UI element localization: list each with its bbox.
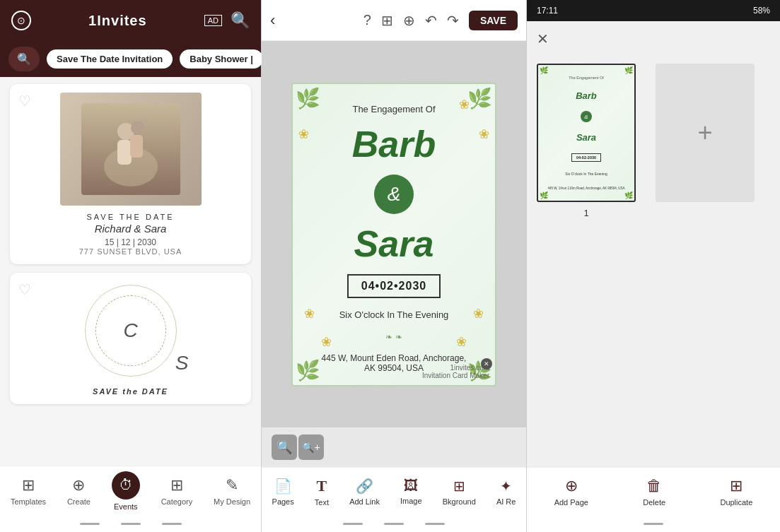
ampersand-circle[interactable]: &: [374, 175, 414, 214]
duplicate-icon: ⊞: [730, 477, 743, 495]
spacer: [527, 269, 780, 468]
p2-bottom-line-2: [384, 523, 404, 525]
toolbar-bkground[interactable]: ⊞ Bkground: [443, 478, 476, 506]
toolbar-ai[interactable]: ✦ AI Re: [496, 478, 516, 506]
panel3-header: ✕: [527, 21, 780, 57]
template-card-1[interactable]: ♡ SAVE THE DATE Richard & Sara 15 | 12: [10, 84, 251, 264]
nav-templates-label: Templates: [11, 497, 46, 506]
thumb-corner-br: 🌿: [624, 191, 633, 199]
card2-circle: C S: [67, 281, 194, 380]
zoom-out-button[interactable]: 🔍: [272, 435, 297, 460]
corner-decor-tl: 🌿: [296, 87, 320, 110]
nav-mydesign-label: My Design: [214, 497, 250, 506]
thumb-corner-tr: 🌿: [624, 66, 633, 74]
thumb-date: 04-02-2030: [571, 153, 601, 162]
card1-date: 15 | 12 | 2030: [18, 237, 243, 247]
zoom-controls: 🔍 🔍+: [262, 427, 526, 467]
svg-rect-2: [117, 140, 132, 165]
date-box[interactable]: 04•02•2030: [347, 274, 441, 298]
card2-save-date-label: SAVE the DATE: [93, 387, 168, 396]
bottom-line-3: [162, 523, 182, 525]
svg-point-3: [131, 121, 145, 135]
p2-bottom-line-1: [343, 523, 363, 525]
redo-icon[interactable]: ↷: [447, 12, 459, 29]
search-icon-btn[interactable]: 🔍: [8, 47, 40, 71]
delete-icon: 🗑: [646, 477, 662, 495]
layers-icon[interactable]: ⊞: [381, 12, 393, 29]
invitation-card: 🌿 🌿 🌿 🌿 ❀ ❀ ❀ ❀ ❀ ❀ ❀ The Engagement Of …: [291, 83, 496, 386]
addlink-icon: 🔗: [356, 478, 373, 495]
name2-text[interactable]: Sara: [354, 225, 434, 262]
undo-icon[interactable]: ↶: [425, 12, 437, 29]
help-icon[interactable]: ?: [363, 12, 371, 28]
header-icons: AD 🔍: [204, 11, 250, 30]
p2-bottom-line-3: [425, 523, 445, 525]
back-button[interactable]: ‹: [270, 11, 275, 30]
heart-icon-2[interactable]: ♡: [18, 281, 31, 298]
nav-events[interactable]: ⏱ Events: [112, 471, 140, 511]
name1-text[interactable]: Barb: [352, 126, 436, 162]
flower-6: ❀: [321, 334, 332, 350]
nav-category-label: Category: [161, 497, 193, 506]
thumb-time: Six O'clock In The Evening: [565, 172, 607, 176]
card2-letter-c: C: [95, 295, 166, 366]
time-text[interactable]: Six O'clock In The Evening: [339, 309, 449, 320]
add-page-area[interactable]: +: [656, 64, 755, 202]
address-line1: 445 W, Mount Eden Road, Anchorage,: [322, 353, 467, 363]
toolbar-delete[interactable]: 🗑 Delete: [643, 477, 665, 507]
toolbar-add-page[interactable]: ⊕ Add Page: [554, 477, 588, 507]
close-button[interactable]: ✕: [537, 30, 549, 47]
toolbar-image[interactable]: 🖼 Image: [400, 478, 422, 505]
image-icon: 🖼: [404, 478, 418, 494]
p3-bottom-line: [644, 523, 663, 525]
ai-icon: ✦: [500, 478, 512, 495]
add-element-icon[interactable]: ⊕: [403, 12, 415, 29]
panel-3: 17:11 58% ✕ 🌿 🌿 🌿 🌿 The Engagement Of Ba…: [527, 0, 780, 532]
nav-create[interactable]: ⊕ Create: [67, 476, 91, 506]
editor-canvas: 🌿 🌿 🌿 🌿 ❀ ❀ ❀ ❀ ❀ ❀ ❀ The Engagement Of …: [262, 41, 526, 427]
save-button[interactable]: SAVE: [469, 11, 518, 30]
pages-icon: 📄: [274, 478, 292, 495]
toolbar-addlink-label: Add Link: [349, 497, 380, 506]
toolbar-text[interactable]: T Text: [315, 477, 329, 507]
thumb-name2: Sara: [576, 132, 596, 143]
watermark-site: 1invites.com: [422, 364, 489, 372]
page-thumbnail-1[interactable]: 🌿 🌿 🌿 🌿 The Engagement Of Barb & Sara 04…: [537, 64, 636, 202]
card1-names: Richard & Sara: [18, 223, 243, 235]
location-icon[interactable]: ⊙: [11, 11, 31, 30]
address-line2: AK 99504, USA: [364, 363, 424, 373]
status-bar: 17:11 58%: [527, 0, 780, 21]
card2-letter-s: S: [175, 352, 189, 374]
toolbar-bkground-label: Bkground: [443, 497, 476, 506]
toolbar-text-label: Text: [315, 498, 329, 507]
flower-2: ❀: [298, 126, 309, 142]
template-card-2[interactable]: ♡ C S SAVE the DATE: [10, 273, 251, 404]
panel2-bottom-bar: [262, 515, 526, 532]
bottom-nav: ⊞ Templates ⊕ Create ⏱ Events ⊞ Category…: [0, 466, 261, 515]
create-icon: ⊕: [72, 476, 85, 495]
card1-address: 777 SUNSET BLVD, USA: [18, 247, 243, 256]
nav-mydesign[interactable]: ✎ My Design: [214, 476, 250, 506]
toolbar-delete-label: Delete: [643, 498, 665, 507]
nav-templates[interactable]: ⊞ Templates: [11, 476, 46, 506]
page-number: 1: [583, 208, 588, 218]
toolbar-pages[interactable]: 📄 Pages: [272, 478, 294, 506]
panel3-toolbar: ⊕ Add Page 🗑 Delete ⊞ Duplicate: [527, 467, 780, 515]
tag-baby-shower[interactable]: Baby Shower |: [180, 49, 263, 69]
zoom-in-button[interactable]: 🔍+: [298, 435, 324, 460]
editor-toolbar: 📄 Pages T Text 🔗 Add Link 🖼 Image ⊞ Bkgr…: [262, 467, 526, 515]
search-icon[interactable]: 🔍: [231, 11, 250, 30]
panel-2: ‹ ? ⊞ ⊕ ↶ ↷ SAVE 🌿 🌿 🌿 🌿 ❀ ❀ ❀ ❀ ❀ ❀ ❀ T…: [262, 0, 527, 532]
panel-1: ⊙ 1Invites AD 🔍 🔍 Save The Date Invitati…: [0, 0, 262, 532]
nav-category[interactable]: ⊞ Category: [161, 476, 193, 506]
toolbar-duplicate[interactable]: ⊞ Duplicate: [720, 477, 752, 507]
watermark-close[interactable]: ✕: [481, 358, 492, 370]
tag-save-date[interactable]: Save The Date Invitation: [47, 49, 173, 69]
card1-image: [60, 93, 202, 206]
flower-4: ❀: [304, 306, 315, 321]
thumb-ampersand: &: [581, 111, 592, 122]
heart-icon[interactable]: ♡: [18, 93, 31, 110]
toolbar-addlink[interactable]: 🔗 Add Link: [349, 478, 380, 506]
corner-decor-bl: 🌿: [296, 359, 320, 382]
panel2-header: ‹ ? ⊞ ⊕ ↶ ↷ SAVE: [262, 0, 526, 41]
